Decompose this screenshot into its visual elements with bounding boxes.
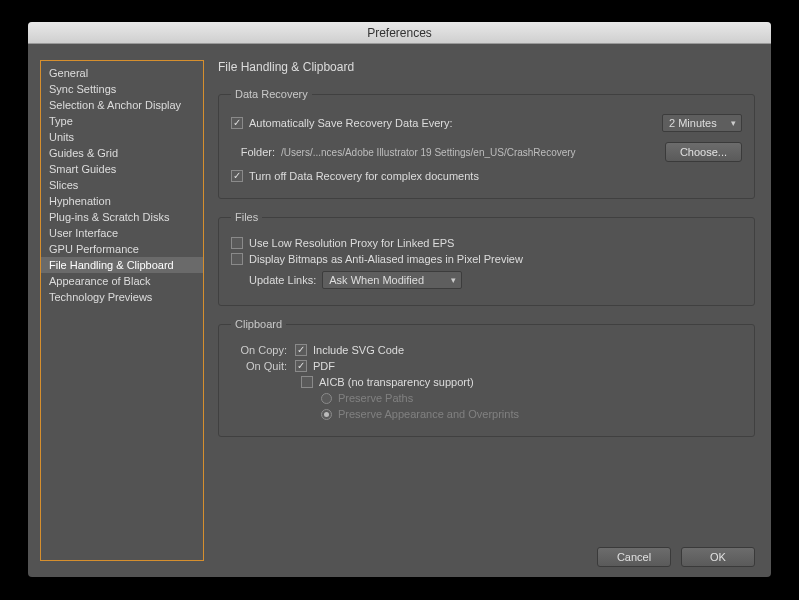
fieldset-files: Files Use Low Resolution Proxy for Linke… bbox=[218, 211, 755, 306]
label-low-res-proxy: Use Low Resolution Proxy for Linked EPS bbox=[249, 237, 454, 249]
panel-title: File Handling & Clipboard bbox=[218, 60, 755, 74]
label-preserve-appearance: Preserve Appearance and Overprints bbox=[338, 408, 519, 420]
checkbox-include-svg[interactable] bbox=[295, 344, 307, 356]
sidebar-item-file-handling-clipboard[interactable]: File Handling & Clipboard bbox=[41, 257, 203, 273]
label-pdf: PDF bbox=[313, 360, 335, 372]
cancel-button[interactable]: Cancel bbox=[597, 547, 671, 567]
dropdown-update-links[interactable]: Ask When Modified bbox=[322, 271, 462, 289]
checkbox-aicb[interactable] bbox=[301, 376, 313, 388]
choose-button[interactable]: Choose... bbox=[665, 142, 742, 162]
preferences-window: Preferences General Sync Settings Select… bbox=[28, 22, 771, 577]
footer: Cancel OK bbox=[218, 539, 755, 567]
label-update-links: Update Links: bbox=[231, 274, 322, 286]
sidebar-item-selection-anchor[interactable]: Selection & Anchor Display bbox=[41, 97, 203, 113]
checkbox-low-res-proxy[interactable] bbox=[231, 237, 243, 249]
legend-files: Files bbox=[231, 211, 262, 223]
label-auto-save: Automatically Save Recovery Data Every: bbox=[249, 117, 453, 129]
label-aicb: AICB (no transparency support) bbox=[319, 376, 474, 388]
label-preserve-paths: Preserve Paths bbox=[338, 392, 413, 404]
sidebar-item-type[interactable]: Type bbox=[41, 113, 203, 129]
label-on-copy: On Copy: bbox=[231, 344, 295, 356]
sidebar-item-sync-settings[interactable]: Sync Settings bbox=[41, 81, 203, 97]
radio-preserve-paths[interactable] bbox=[321, 393, 332, 404]
sidebar: General Sync Settings Selection & Anchor… bbox=[40, 60, 204, 561]
sidebar-item-guides-grid[interactable]: Guides & Grid bbox=[41, 145, 203, 161]
checkbox-pdf[interactable] bbox=[295, 360, 307, 372]
fieldset-clipboard: Clipboard On Copy: Include SVG Code On Q… bbox=[218, 318, 755, 437]
sidebar-item-smart-guides[interactable]: Smart Guides bbox=[41, 161, 203, 177]
sidebar-item-plugins-scratch[interactable]: Plug-ins & Scratch Disks bbox=[41, 209, 203, 225]
sidebar-item-appearance-black[interactable]: Appearance of Black bbox=[41, 273, 203, 289]
content: General Sync Settings Selection & Anchor… bbox=[28, 44, 771, 577]
checkbox-turn-off-complex[interactable] bbox=[231, 170, 243, 182]
label-bitmaps-antialias: Display Bitmaps as Anti-Aliased images i… bbox=[249, 253, 523, 265]
checkbox-bitmaps-antialias[interactable] bbox=[231, 253, 243, 265]
legend-clipboard: Clipboard bbox=[231, 318, 286, 330]
window-title: Preferences bbox=[28, 22, 771, 44]
sidebar-item-hyphenation[interactable]: Hyphenation bbox=[41, 193, 203, 209]
label-turn-off-complex: Turn off Data Recovery for complex docum… bbox=[249, 170, 479, 182]
dropdown-interval[interactable]: 2 Minutes bbox=[662, 114, 742, 132]
checkbox-auto-save[interactable] bbox=[231, 117, 243, 129]
label-on-quit: On Quit: bbox=[231, 360, 295, 372]
sidebar-item-gpu-performance[interactable]: GPU Performance bbox=[41, 241, 203, 257]
sidebar-item-user-interface[interactable]: User Interface bbox=[41, 225, 203, 241]
label-folder: Folder: bbox=[231, 146, 281, 158]
folder-path: /Users/...nces/Adobe Illustrator 19 Sett… bbox=[281, 147, 576, 158]
sidebar-item-technology-previews[interactable]: Technology Previews bbox=[41, 289, 203, 305]
sidebar-item-units[interactable]: Units bbox=[41, 129, 203, 145]
sidebar-item-slices[interactable]: Slices bbox=[41, 177, 203, 193]
radio-preserve-appearance[interactable] bbox=[321, 409, 332, 420]
main-panel: File Handling & Clipboard Data Recovery … bbox=[210, 44, 771, 577]
legend-data-recovery: Data Recovery bbox=[231, 88, 312, 100]
sidebar-item-general[interactable]: General bbox=[41, 65, 203, 81]
fieldset-data-recovery: Data Recovery Automatically Save Recover… bbox=[218, 88, 755, 199]
label-include-svg: Include SVG Code bbox=[313, 344, 404, 356]
ok-button[interactable]: OK bbox=[681, 547, 755, 567]
